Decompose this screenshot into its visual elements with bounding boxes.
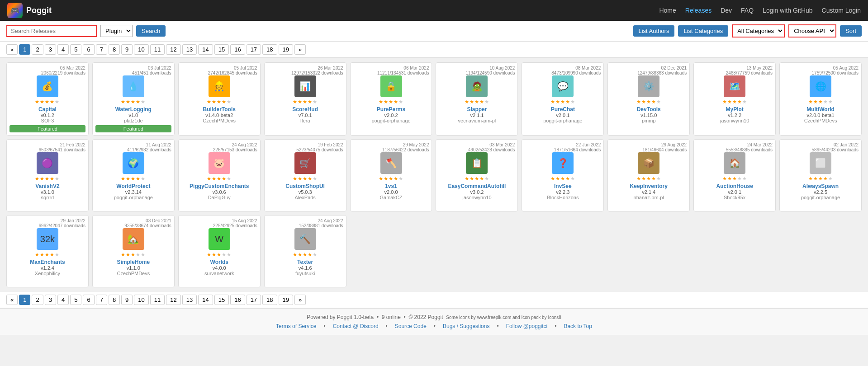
release-card[interactable]: 02 Jan 2022 5895/44203 downloads ⬜ ★★★★★… xyxy=(779,139,862,211)
release-card[interactable]: 11 Aug 2022 411/62932 downloads 🌍 ★★★★★ … xyxy=(92,139,175,211)
card-name[interactable]: MaxEnchants xyxy=(9,259,85,265)
page-3-btn[interactable]: 3 xyxy=(45,44,56,55)
card-name[interactable]: 1vs1 xyxy=(353,183,429,189)
card-name[interactable]: AlwaysSpawn xyxy=(783,183,859,189)
prev-page-btn[interactable]: « xyxy=(6,44,18,55)
card-name[interactable]: MyPlot xyxy=(697,106,773,113)
release-card[interactable]: 24 Aug 2022 226/57153 downloads 🐷 ★★★★★ … xyxy=(178,139,261,211)
card-name[interactable]: Worlds xyxy=(181,259,257,265)
page-10-btn[interactable]: 10 xyxy=(134,44,148,55)
bottom-page-12-btn[interactable]: 12 xyxy=(166,295,180,305)
next-page-btn[interactable]: » xyxy=(294,44,306,55)
bottom-page-7-btn[interactable]: 7 xyxy=(96,295,107,305)
all-categories-select[interactable]: All Categories General Admin Tools xyxy=(732,24,785,38)
card-name[interactable]: MultiWorld xyxy=(783,106,859,113)
release-card[interactable]: 03 Jul 2022 451/451 downloads 💧 ★★★★★ Wa… xyxy=(92,62,175,136)
bottom-page-13-btn[interactable]: 13 xyxy=(182,295,197,305)
bottom-page-19-btn[interactable]: 19 xyxy=(279,295,293,305)
card-name[interactable]: Capital xyxy=(9,106,85,113)
page-8-btn[interactable]: 8 xyxy=(109,44,120,55)
page-12-btn[interactable]: 12 xyxy=(166,44,180,55)
card-name[interactable]: WorldProtect xyxy=(95,183,171,189)
page-19-btn[interactable]: 19 xyxy=(279,44,293,55)
sort-button[interactable]: Sort xyxy=(840,25,862,37)
nav-releases[interactable]: Releases xyxy=(685,7,711,14)
card-name[interactable]: InvSee xyxy=(525,183,601,189)
page-7-btn[interactable]: 7 xyxy=(96,44,107,55)
card-name[interactable]: SimpleHome xyxy=(95,259,171,265)
release-card[interactable]: 03 Mar 2022 4902/53428 downloads 📋 ★★★★★… xyxy=(436,139,518,211)
bottom-page-2-btn[interactable]: 2 xyxy=(32,295,43,305)
card-name[interactable]: CustomShopUI xyxy=(267,183,343,189)
release-card[interactable]: 29 Aug 2022 181/46604 downloads 📦 ★★★★★ … xyxy=(607,139,690,211)
release-card[interactable]: 29 Jan 2022 6962/42047 downloads 32k ★★★… xyxy=(6,215,89,287)
nav-faq[interactable]: FAQ xyxy=(741,7,754,14)
release-card[interactable]: 26 Mar 2022 12972/153322 downloads 📊 ★★★… xyxy=(264,62,346,136)
release-card[interactable]: 21 Feb 2022 6503/67541 downloads 🟣 ★★★★★… xyxy=(6,139,89,211)
bottom-page-6-btn[interactable]: 6 xyxy=(83,295,94,305)
release-card[interactable]: 02 Dec 2021 12479/88363 downloads ⚙️ ★★★… xyxy=(607,62,690,136)
nav-home[interactable]: Home xyxy=(659,7,676,14)
list-authors-button[interactable]: List Authors xyxy=(633,25,675,37)
card-name[interactable]: BuilderTools xyxy=(181,106,257,113)
release-card[interactable]: 22 Jun 2022 1871/51664 downloads ❓ ★★★★★… xyxy=(522,139,604,211)
bottom-prev-page-btn[interactable]: « xyxy=(6,295,18,305)
release-card[interactable]: 08 Mar 2022 8473/109990 downloads 💬 ★★★★… xyxy=(522,62,604,136)
release-card[interactable]: 10 Aug 2022 1194/124590 downloads 🧟 ★★★★… xyxy=(436,62,518,136)
footer-backtop[interactable]: Back to Top xyxy=(564,323,592,329)
card-name[interactable]: PureChat xyxy=(525,106,601,113)
bottom-page-5-btn[interactable]: 5 xyxy=(70,295,81,305)
release-card[interactable]: 29 May 2022 1187/56422 downloads 🪓 ★★★★★… xyxy=(350,139,432,211)
bottom-page-16-btn[interactable]: 16 xyxy=(230,295,245,305)
page-18-btn[interactable]: 18 xyxy=(262,44,277,55)
page-16-btn[interactable]: 16 xyxy=(230,44,245,55)
release-card[interactable]: 03 Dec 2021 9356/38674 downloads 🏡 ★★★★★… xyxy=(92,215,175,287)
nav-dev[interactable]: Dev xyxy=(721,7,732,14)
bottom-next-page-btn[interactable]: » xyxy=(294,295,306,305)
bottom-page-17-btn[interactable]: 17 xyxy=(247,295,261,305)
release-card[interactable]: 24 Aug 2022 152/38881 downloads 🔨 ★★★★★ … xyxy=(264,215,346,287)
choose-api-select[interactable]: Choose API 3.0.0 4.0.0 xyxy=(788,24,836,38)
bottom-page-1-btn[interactable]: 1 xyxy=(19,295,30,305)
page-1-btn[interactable]: 1 xyxy=(19,44,30,55)
page-6-btn[interactable]: 6 xyxy=(83,44,94,55)
footer-discord[interactable]: Contact @ Discord xyxy=(333,323,379,329)
bottom-page-3-btn[interactable]: 3 xyxy=(45,295,56,305)
page-11-btn[interactable]: 11 xyxy=(150,44,165,55)
release-card[interactable]: 13 May 2022 2468/77759 downloads 🗺️ ★★★★… xyxy=(693,62,776,136)
card-name[interactable]: KeepInventory xyxy=(611,183,687,189)
bottom-page-8-btn[interactable]: 8 xyxy=(109,295,120,305)
bottom-page-11-btn[interactable]: 11 xyxy=(150,295,165,305)
page-4-btn[interactable]: 4 xyxy=(57,44,69,55)
bottom-page-15-btn[interactable]: 15 xyxy=(214,295,229,305)
page-13-btn[interactable]: 13 xyxy=(182,44,197,55)
card-name[interactable]: ScoreHud xyxy=(267,106,343,113)
nav-login-github[interactable]: Login with GitHub xyxy=(763,7,813,14)
page-5-btn[interactable]: 5 xyxy=(70,44,81,55)
page-9-btn[interactable]: 9 xyxy=(121,44,133,55)
release-card[interactable]: 19 Feb 2022 5223/54075 downloads 🛒 ★★★★★… xyxy=(264,139,346,211)
nav-custom-login[interactable]: Custom Login xyxy=(822,7,861,14)
search-input[interactable] xyxy=(6,25,97,37)
card-name[interactable]: AuctionHouse xyxy=(697,183,773,189)
bottom-page-14-btn[interactable]: 14 xyxy=(198,295,213,305)
release-card[interactable]: 06 Mar 2022 11211/134531 downloads 🔒 ★★★… xyxy=(350,62,432,136)
card-name[interactable]: VanishV2 xyxy=(9,183,85,189)
release-card[interactable]: 15 Aug 2022 225/42925 downloads W ★★★★★ … xyxy=(178,215,261,287)
footer-bugs[interactable]: Bugs / Suggestions xyxy=(443,323,489,329)
card-name[interactable]: DevTools xyxy=(611,106,687,113)
release-card[interactable]: 05 Jul 2022 2742/162845 downloads 👷 ★★★★… xyxy=(178,62,261,136)
card-name[interactable]: Texter xyxy=(267,259,343,265)
page-17-btn[interactable]: 17 xyxy=(247,44,261,55)
bottom-page-9-btn[interactable]: 9 xyxy=(121,295,133,305)
plugin-select[interactable]: Plugin Virion xyxy=(100,25,133,37)
bottom-page-18-btn[interactable]: 18 xyxy=(262,295,277,305)
page-2-btn[interactable]: 2 xyxy=(32,44,43,55)
release-card[interactable]: 05 Aug 2022 1759/72500 downloads 🌐 ★★★★★… xyxy=(779,62,862,136)
card-name[interactable]: Slapper xyxy=(439,106,515,113)
card-name[interactable]: PiggyCustomEnchants xyxy=(181,183,257,189)
page-14-btn[interactable]: 14 xyxy=(198,44,213,55)
release-card[interactable]: 24 Mar 2022 5553/48885 downloads 🏠 ★★★★★… xyxy=(693,139,776,211)
bottom-page-4-btn[interactable]: 4 xyxy=(57,295,69,305)
list-categories-button[interactable]: List Categories xyxy=(678,25,728,37)
